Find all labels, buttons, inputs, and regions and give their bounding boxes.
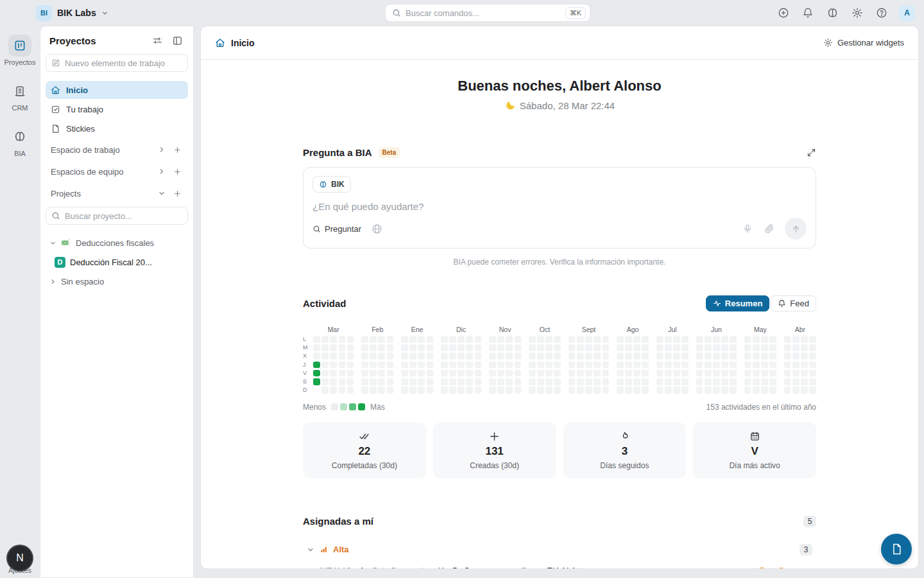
heatmap-cell[interactable] xyxy=(387,362,394,369)
heatmap-cell[interactable] xyxy=(427,353,434,360)
bia-brain-button[interactable] xyxy=(825,6,840,21)
heatmap-cell[interactable] xyxy=(801,336,808,343)
section-projects[interactable]: Projects xyxy=(46,184,188,203)
heatmap-cell[interactable] xyxy=(339,362,346,369)
heatmap-cell[interactable] xyxy=(801,378,808,385)
web-globe-button[interactable] xyxy=(370,222,384,236)
heatmap-cell[interactable] xyxy=(594,370,601,377)
heatmap-cell[interactable] xyxy=(625,387,632,394)
heatmap-cell[interactable] xyxy=(594,344,601,351)
help-button[interactable] xyxy=(875,6,889,20)
heatmap-cell[interactable] xyxy=(330,378,337,385)
heatmap-cell[interactable] xyxy=(792,362,800,369)
filter-sliders-button[interactable] xyxy=(151,34,164,48)
heatmap-cell[interactable] xyxy=(603,344,610,351)
heatmap-cell[interactable] xyxy=(537,353,544,360)
heatmap-cell[interactable] xyxy=(577,336,584,343)
section-espacio-de-trabajo[interactable]: Espacio de trabajo xyxy=(46,140,188,159)
heatmap-cell[interactable] xyxy=(713,370,720,377)
heatmap-cell[interactable] xyxy=(594,353,601,360)
heatmap-cell[interactable] xyxy=(753,362,760,369)
heatmap-cell[interactable] xyxy=(449,362,456,369)
expand-icon[interactable] xyxy=(807,148,816,157)
heatmap-cell[interactable] xyxy=(577,378,584,385)
heatmap-cell[interactable] xyxy=(339,336,346,343)
create-new-button[interactable] xyxy=(776,6,791,20)
heatmap-cell[interactable] xyxy=(418,353,425,360)
heatmap-cell[interactable] xyxy=(401,362,408,369)
heatmap-cell[interactable] xyxy=(418,370,425,377)
space-deducciones-fiscales[interactable]: Deducciones fiscales xyxy=(46,234,188,252)
heatmap-cell[interactable] xyxy=(370,362,377,369)
rail-item-bia[interactable]: BIA xyxy=(8,126,31,157)
heatmap-cell[interactable] xyxy=(673,336,680,343)
heatmap-cell[interactable] xyxy=(545,344,552,351)
heatmap-cell[interactable] xyxy=(449,336,456,343)
heatmap-cell[interactable] xyxy=(577,370,584,377)
heatmap-cell[interactable] xyxy=(713,353,720,360)
heatmap-cell[interactable] xyxy=(515,353,522,360)
heatmap-cell[interactable] xyxy=(330,353,337,360)
heatmap-cell[interactable] xyxy=(673,387,680,394)
heatmap-cell[interactable] xyxy=(449,378,456,385)
heatmap-cell[interactable] xyxy=(713,387,720,394)
heatmap-cell[interactable] xyxy=(633,362,640,369)
heatmap-cell[interactable] xyxy=(603,353,610,360)
heatmap-cell[interactable] xyxy=(515,336,522,343)
heatmap-cell[interactable] xyxy=(545,387,552,394)
heatmap-cell[interactable] xyxy=(401,344,408,351)
heatmap-cell[interactable] xyxy=(515,362,522,369)
heatmap-cell[interactable] xyxy=(313,362,320,369)
heatmap-cell[interactable] xyxy=(665,387,672,394)
heatmap-cell[interactable] xyxy=(409,344,416,351)
heatmap-cell[interactable] xyxy=(339,344,346,351)
heatmap-cell[interactable] xyxy=(569,378,576,385)
heatmap-cell[interactable] xyxy=(585,362,592,369)
heatmap-cell[interactable] xyxy=(681,370,689,377)
heatmap-cell[interactable] xyxy=(705,387,712,394)
heatmap-cell[interactable] xyxy=(761,370,768,377)
heatmap-cell[interactable] xyxy=(744,378,751,385)
heatmap-cell[interactable] xyxy=(409,370,416,377)
heatmap-cell[interactable] xyxy=(673,344,680,351)
heatmap-cell[interactable] xyxy=(681,378,689,385)
heatmap-cell[interactable] xyxy=(721,344,728,351)
heatmap-cell[interactable] xyxy=(656,336,663,343)
heatmap-cell[interactable] xyxy=(529,353,536,360)
heatmap-cell[interactable] xyxy=(537,387,544,394)
heatmap-cell[interactable] xyxy=(387,336,394,343)
heatmap-cell[interactable] xyxy=(418,387,425,394)
heatmap-cell[interactable] xyxy=(656,353,663,360)
heatmap-cell[interactable] xyxy=(809,344,816,351)
heatmap-cell[interactable] xyxy=(321,370,329,377)
heatmap-cell[interactable] xyxy=(696,370,703,377)
heatmap-cell[interactable] xyxy=(515,344,522,351)
heatmap-cell[interactable] xyxy=(321,336,329,343)
heatmap-cell[interactable] xyxy=(603,387,610,394)
heatmap-cell[interactable] xyxy=(545,362,552,369)
heatmap-cell[interactable] xyxy=(529,370,536,377)
heatmap-cell[interactable] xyxy=(617,387,624,394)
heatmap-cell[interactable] xyxy=(441,387,448,394)
heatmap-cell[interactable] xyxy=(489,387,496,394)
add-icon[interactable] xyxy=(172,166,183,177)
heatmap-cell[interactable] xyxy=(792,387,800,394)
heatmap-cell[interactable] xyxy=(809,370,816,377)
heatmap-cell[interactable] xyxy=(705,353,712,360)
heatmap-cell[interactable] xyxy=(784,353,791,360)
project-search-field[interactable] xyxy=(46,207,188,225)
ask-button[interactable]: Preguntar xyxy=(312,224,361,234)
heatmap-cell[interactable] xyxy=(506,336,513,343)
heatmap-cell[interactable] xyxy=(466,336,473,343)
heatmap-cell[interactable] xyxy=(489,378,496,385)
heatmap-cell[interactable] xyxy=(577,362,584,369)
heatmap-cell[interactable] xyxy=(642,336,649,343)
heatmap-cell[interactable] xyxy=(705,344,712,351)
heatmap-cell[interactable] xyxy=(401,353,408,360)
heatmap-cell[interactable] xyxy=(696,344,703,351)
heatmap-cell[interactable] xyxy=(617,336,624,343)
settings-gear-button[interactable] xyxy=(850,6,864,20)
heatmap-cell[interactable] xyxy=(458,387,465,394)
heatmap-cell[interactable] xyxy=(665,336,672,343)
heatmap-cell[interactable] xyxy=(489,370,496,377)
